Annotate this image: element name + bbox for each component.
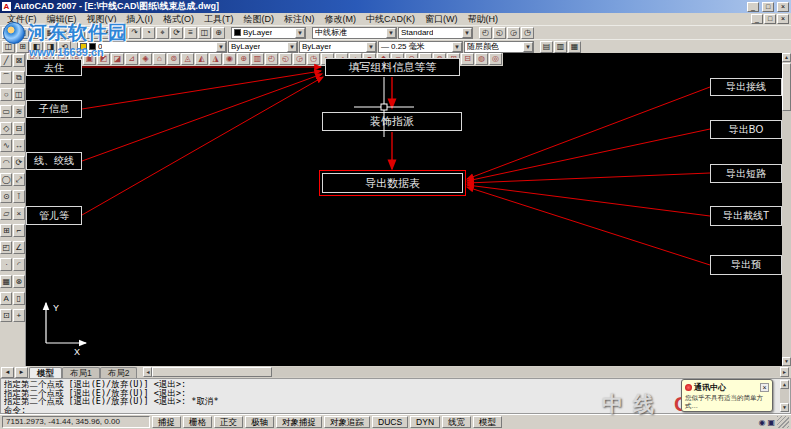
toolbar-icon[interactable]: ◷ — [521, 27, 534, 39]
custom-tool-icon[interactable]: ⊕ — [237, 53, 250, 65]
modify-tool-icon[interactable]: ⧉ — [13, 71, 25, 84]
menu-item[interactable]: 视图(V) — [82, 13, 122, 26]
modify-tool-icon[interactable]: × — [13, 207, 25, 220]
custom-tool-icon[interactable]: ◍ — [475, 53, 488, 65]
custom-tool-icon[interactable]: ◪ — [111, 53, 124, 65]
chevron-down-icon[interactable]: ▼ — [462, 28, 472, 38]
drawing-canvas[interactable]: ◰◱◲◳▣◩◪⊿◈⌂⊚◬◭◮◉⊕▥◴◵◶◷▸◂▴▾◆▱⊙⌓⊗⊞⊟◍◎ 去住 子信… — [26, 53, 782, 366]
toolbar-icon[interactable]: ◫ — [2, 41, 15, 53]
draw-tool-icon[interactable]: ◯ — [0, 173, 12, 186]
maximize-button[interactable]: □ — [762, 2, 774, 12]
status-toggle-button[interactable]: 正交 — [214, 416, 243, 428]
custom-tool-icon[interactable]: ⊿ — [125, 53, 138, 65]
scroll-right-icon[interactable]: ► — [780, 367, 789, 377]
toolbar-icon[interactable]: ▦ — [568, 41, 581, 53]
toolbar-icon[interactable]: ◧ — [30, 41, 43, 53]
horizontal-scrollbar[interactable]: ◄ ► — [143, 367, 789, 377]
chevron-down-icon[interactable]: ▼ — [216, 42, 226, 52]
custom-tool-icon[interactable]: ◉ — [223, 53, 236, 65]
draw-tool-icon[interactable]: ∿ — [0, 139, 12, 152]
scroll-up-icon[interactable]: ▲ — [780, 380, 789, 389]
modify-tool-icon[interactable]: ⤢ — [13, 173, 25, 186]
tab-next-icon[interactable]: ► — [15, 367, 28, 378]
draw-tool-icon[interactable]: ▦ — [0, 275, 12, 288]
menu-item[interactable]: 插入(I) — [122, 13, 159, 26]
draw-tool-icon[interactable]: ◠ — [0, 156, 12, 169]
modify-tool-icon[interactable]: ⊟ — [13, 122, 25, 135]
toolbar-icon[interactable]: ✎ — [72, 27, 85, 39]
status-toggle-button[interactable]: 栅格 — [183, 416, 212, 428]
status-toggle-button[interactable]: DUCS — [372, 416, 408, 428]
lineweight-combo[interactable]: — 0.25 毫米 ▼ — [378, 41, 463, 53]
draw-tool-icon[interactable]: ◇ — [0, 122, 12, 135]
flow-box-right-5[interactable]: 导出预 — [710, 255, 782, 275]
modify-tool-icon[interactable]: ⊗ — [13, 275, 25, 288]
toolbar-icon[interactable]: ⊕ — [212, 27, 225, 39]
modify-tool-icon[interactable]: ◫ — [13, 88, 25, 101]
plot-style-combo[interactable]: 随层颜色 ▼ — [464, 41, 534, 53]
flow-box-left-2[interactable]: 子信息 — [26, 100, 82, 118]
menu-item[interactable]: 帮助(H) — [463, 13, 504, 26]
draw-tool-icon[interactable]: ╱ — [0, 54, 12, 67]
draw-tool-icon[interactable]: A — [0, 292, 12, 305]
toolbar-icon[interactable]: ◵ — [493, 27, 506, 39]
chevron-down-icon[interactable]: ▼ — [287, 42, 297, 52]
draw-tool-icon[interactable]: ▱ — [0, 207, 12, 220]
custom-tool-icon[interactable]: ▥ — [251, 53, 264, 65]
menu-item[interactable]: 格式(O) — [158, 13, 199, 26]
linetype-combo[interactable]: ByLayer ▼ — [299, 41, 377, 53]
custom-tool-icon[interactable]: ◴ — [265, 53, 278, 65]
toolbar-icon[interactable]: ⊟ — [86, 27, 99, 39]
text-style-combo[interactable]: Standard ▼ — [398, 27, 473, 39]
color-combo-2[interactable]: ByLayer ▼ — [228, 41, 298, 53]
flow-box-right-4[interactable]: 导出裁线T — [710, 206, 782, 226]
dim-style-combo[interactable]: 中线标准 ▼ — [312, 27, 397, 39]
draw-tool-icon[interactable]: ⊙ — [0, 190, 12, 203]
close-button[interactable]: × — [777, 2, 789, 12]
flow-box-fill-info[interactable]: 填写组料信息等等 — [325, 58, 460, 76]
doc-close-button[interactable]: × — [777, 14, 789, 24]
modify-tool-icon[interactable]: ∠ — [13, 241, 25, 254]
toolbar-icon[interactable]: ↷ — [128, 27, 141, 39]
status-toggle-button[interactable]: 模型 — [473, 416, 502, 428]
layer-combo[interactable]: 0 ▼ — [77, 41, 227, 53]
tab-model[interactable]: 模型 — [29, 367, 62, 378]
custom-tool-icon[interactable]: ◵ — [279, 53, 292, 65]
menu-item[interactable]: 窗口(W) — [420, 13, 463, 26]
custom-tool-icon[interactable]: ⊚ — [167, 53, 180, 65]
draw-tool-icon[interactable]: ⌒ — [0, 71, 12, 84]
status-toggle-button[interactable]: 捕捉 — [152, 416, 181, 428]
custom-tool-icon[interactable]: ◷ — [307, 53, 320, 65]
resize-grip[interactable] — [777, 416, 789, 428]
flow-box-right-1[interactable]: 导出接线 — [710, 78, 782, 96]
chevron-down-icon[interactable]: ▼ — [366, 42, 376, 52]
communication-center-popup[interactable]: 通讯中心 × 您似乎不具有适当的简单方式… — [681, 379, 773, 412]
toolbar-icon[interactable]: ◨ — [44, 41, 57, 53]
flow-box-right-3[interactable]: 导出短路 — [710, 164, 782, 183]
menu-item[interactable]: 绘图(D) — [239, 13, 280, 26]
scrollbar-track[interactable] — [782, 111, 791, 357]
close-icon[interactable]: × — [760, 383, 769, 392]
tab-layout1[interactable]: 布局1 — [62, 367, 100, 378]
scrollbar-thumb[interactable] — [782, 63, 791, 111]
modify-tool-icon[interactable]: ≋ — [13, 105, 25, 118]
scroll-down-icon[interactable]: ▼ — [782, 357, 791, 366]
chevron-down-icon[interactable]: ▼ — [295, 28, 305, 38]
toolbar-icon[interactable]: # — [58, 27, 71, 39]
toolbar-icon[interactable]: ⟲ — [58, 41, 71, 53]
scroll-up-icon[interactable]: ▲ — [782, 53, 791, 62]
custom-tool-icon[interactable]: ⌂ — [153, 53, 166, 65]
status-toggle-button[interactable]: 对象捕捉 — [276, 416, 322, 428]
chevron-down-icon[interactable]: ▼ — [452, 42, 462, 52]
toolbar-lock-icon[interactable]: ▣ — [767, 418, 775, 427]
toolbar-icon[interactable]: ▤ — [540, 41, 553, 53]
draw-tool-icon[interactable]: ⊡ — [0, 309, 12, 322]
menu-item[interactable]: 标注(N) — [279, 13, 320, 26]
toolbar-icon[interactable]: ◔ — [142, 27, 155, 39]
modify-tool-icon[interactable]: ↔ — [13, 139, 25, 152]
command-window[interactable]: 指定第二个点或 [退出(E)/放弃(U)] <退出>:指定第二个点或 [退出(E… — [0, 378, 791, 414]
toolbar-icon[interactable]: ⊡ — [30, 27, 43, 39]
draw-tool-icon[interactable]: ⊞ — [0, 224, 12, 237]
menu-item[interactable]: 编辑(E) — [42, 13, 82, 26]
modify-tool-icon[interactable]: + — [13, 309, 25, 322]
